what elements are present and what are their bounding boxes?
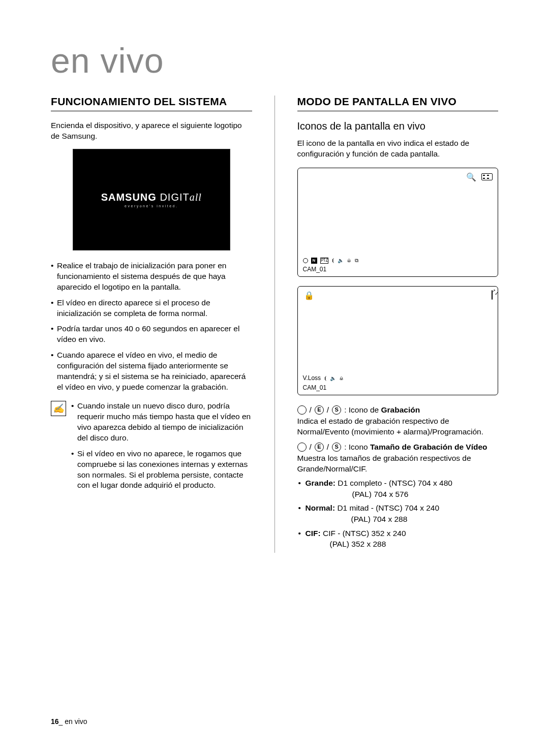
vloss-label: V.Loss — [303, 374, 321, 382]
speaker-icon: 🔈 — [330, 375, 336, 382]
legend-size-desc: Muestra los tamaños de grabación respect… — [297, 453, 499, 475]
speaker-icon: 🔈 — [338, 257, 344, 264]
live-screen-diagram-1: 🔍 N PTZ ⦗ 🔈 🕭 ⧉ CAM_01 — [297, 168, 499, 277]
legend-slash: / — [327, 442, 329, 453]
live-screen-diagram-2: 🔒 ↗ V.Loss ⦗ 🔈 🕭 CAM_01 — [297, 286, 499, 395]
legend-recording-desc: Indica el estado de grabación respectivo… — [297, 416, 499, 437]
size-s-icon: S — [332, 443, 341, 452]
alarm-icon: 🕭 — [339, 375, 344, 382]
screen1-bottom-overlay: N PTZ ⦗ 🔈 🕭 ⧉ CAM_01 — [303, 257, 359, 273]
size-e-icon: E — [315, 443, 324, 452]
screen2-status-icon-row: V.Loss ⦗ 🔈 🕭 — [303, 374, 345, 382]
note-icon: ✍ — [51, 401, 66, 416]
page-number: 16 — [51, 717, 59, 726]
funcionamiento-bullet-list: Realice el trabajo de inicialización par… — [51, 261, 252, 393]
bullet-item: Podría tardar unos 40 o 60 segundos en a… — [51, 324, 252, 345]
legend-slash: / — [310, 442, 312, 453]
size-normal: Normal: D1 mitad - (NTSC) 704 x 240 (PAL… — [297, 502, 499, 524]
record-s-icon: S — [332, 405, 341, 415]
footer-separator: _ — [59, 717, 65, 726]
samsung-splash-screen: SAMSUNG DIGITall everyone's invited. — [73, 149, 230, 250]
lock-icon: 🔒 — [304, 291, 314, 300]
size-grande-pal: (PAL) 704 x 576 — [306, 489, 499, 500]
freeze-icon: ⧉ — [355, 257, 358, 264]
screen2-cam-label: CAM_01 — [303, 384, 345, 392]
screen1-top-right-icons: 🔍 — [466, 172, 493, 182]
legend-recording-label: : Icono de Grabación — [344, 404, 420, 416]
screen2-bottom-overlay: V.Loss ⦗ 🔈 🕭 CAM_01 — [303, 374, 345, 391]
size-list: Grande: D1 completo - (NTSC) 704 x 480 (… — [297, 478, 499, 550]
footer-section-label: en vivo — [65, 717, 87, 726]
ptz-icon: PTZ — [320, 258, 329, 264]
note-item: Si el vídeo en vivo no aparece, le rogam… — [71, 449, 252, 491]
iconos-description: El icono de la pantalla en vivo indica e… — [297, 138, 499, 160]
legend-slash: / — [327, 404, 329, 416]
size-n-icon: N — [311, 258, 317, 264]
screen1-cam-label: CAM_01 — [303, 265, 359, 273]
subsection-heading-iconos: Iconos de la pantalla en vivo — [297, 120, 499, 132]
splash-brand: SAMSUNG DIGITall — [101, 192, 202, 203]
monitor-check-icon: ↗ — [492, 291, 493, 300]
screen2-top-right-icons: ↗ — [492, 291, 493, 300]
splash-brand-all: all — [190, 192, 202, 203]
bullet-item: El vídeo en directo aparece si el proces… — [51, 298, 252, 319]
screen1-status-icon-row: N PTZ ⦗ 🔈 🕭 ⧉ — [303, 257, 359, 264]
keyboard-icon — [481, 173, 493, 180]
sound-wave-icon: ⦗ — [324, 375, 327, 382]
sound-wave-icon: ⦗ — [331, 257, 334, 264]
column-right: MODO DE PANTALLA EN VIVO Iconos de la pa… — [297, 96, 499, 553]
splash-brand-samsung: SAMSUNG — [101, 192, 157, 203]
legend-size-label: : Icono Tamaño de Grabación de Vídeo — [344, 442, 487, 453]
note-block: ✍ Cuando instale un nuevo disco duro, po… — [51, 401, 252, 496]
legend-size-row: / E / S : Icono Tamaño de Grabación de V… — [297, 442, 499, 453]
record-e-icon: E — [315, 405, 324, 415]
splash-brand-digit: DIGIT — [157, 192, 190, 203]
intro-text: Encienda el dispositivo, y aparece el si… — [51, 120, 252, 142]
legend-recording-row: / E / S : Icono de Grabación — [297, 404, 499, 416]
splash-tagline: everyone's invited. — [125, 204, 178, 208]
column-divider — [274, 96, 275, 553]
section-heading-modo: MODO DE PANTALLA EN VIVO — [297, 96, 499, 111]
column-left: FUNCIONAMIENTO DEL SISTEMA Encienda el d… — [51, 96, 252, 553]
page-title: en vivo — [51, 41, 498, 80]
bullet-item: Cuando aparece el vídeo en vivo, el medi… — [51, 350, 252, 393]
legend-slash: / — [310, 404, 312, 416]
size-circle-icon — [297, 443, 307, 452]
zoom-icon: 🔍 — [466, 172, 476, 182]
size-grande: Grande: D1 completo - (NTSC) 704 x 480 (… — [297, 478, 499, 499]
page-footer: 16_ en vivo — [51, 717, 87, 726]
size-normal-pal: (PAL) 704 x 288 — [306, 514, 499, 525]
size-cif-pal: (PAL) 352 x 288 — [306, 539, 499, 550]
record-circle-icon — [297, 405, 307, 415]
note-item: Cuando instale un nuevo disco duro, podr… — [71, 401, 252, 444]
alarm-icon: 🕭 — [347, 257, 352, 264]
bullet-item: Realice el trabajo de inicialización par… — [51, 261, 252, 293]
icon-legend: / E / S : Icono de Grabación Indica el e… — [297, 404, 499, 550]
note-list: Cuando instale un nuevo disco duro, podr… — [71, 401, 252, 496]
section-heading-funcionamiento: FUNCIONAMIENTO DEL SISTEMA — [51, 96, 252, 111]
two-column-layout: FUNCIONAMIENTO DEL SISTEMA Encienda el d… — [51, 96, 498, 553]
size-cif: CIF: CIF - (NTSC) 352 x 240 (PAL) 352 x … — [297, 528, 499, 550]
record-indicator-icon — [303, 258, 308, 263]
